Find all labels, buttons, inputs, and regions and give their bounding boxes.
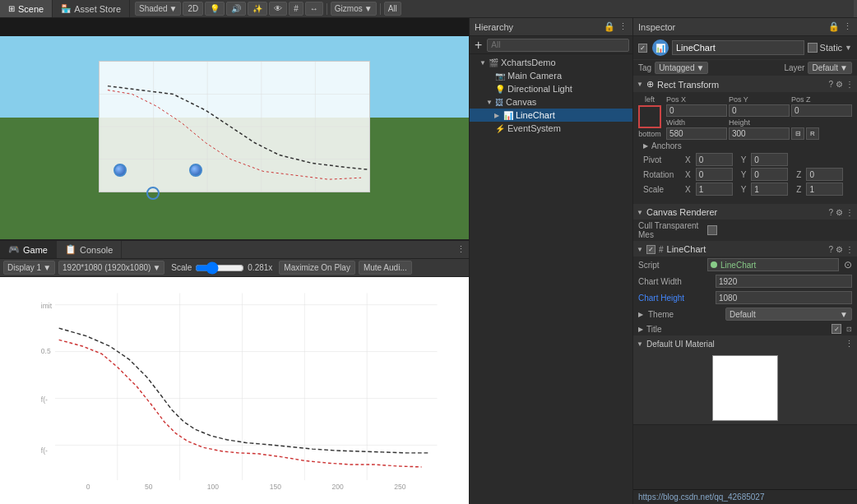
rect-transform-icons: ? ⚙ ⋮ xyxy=(828,80,854,89)
static-dropdown-arrow[interactable]: ▼ xyxy=(845,44,852,52)
scene-view-button[interactable]: 👁 xyxy=(269,2,287,16)
pivot-y-value[interactable]: 0 xyxy=(751,153,788,166)
pos-y-value[interactable]: 0 xyxy=(729,104,790,117)
tab-game[interactable]: 🎮 Game xyxy=(0,241,57,258)
shading-dropdown[interactable]: Shaded ▼ xyxy=(135,2,181,16)
panel-drag-handle[interactable] xyxy=(854,0,857,17)
material-more-icon[interactable]: ⋮ xyxy=(845,339,854,349)
scale-x-value[interactable]: 1 xyxy=(696,183,733,196)
cull-checkbox[interactable] xyxy=(707,225,717,235)
game-icon: 🎮 xyxy=(8,244,20,255)
cr-more-icon[interactable]: ⋮ xyxy=(845,208,854,217)
gizmos-label: Gizmos xyxy=(335,4,363,13)
anchors-arrow[interactable]: ▶ xyxy=(643,142,648,150)
material-preview[interactable] xyxy=(712,355,778,421)
tab-console[interactable]: 📋 Console xyxy=(57,241,122,258)
display-dropdown[interactable]: Display 1 ▼ xyxy=(3,261,55,275)
theme-dropdown[interactable]: Default ▼ xyxy=(725,307,852,321)
panel-options-icon[interactable]: ⋮ xyxy=(453,244,469,255)
lighting-button[interactable]: 💡 xyxy=(205,2,225,16)
title-checkbox[interactable]: ✓ xyxy=(832,324,841,334)
grid-button[interactable]: # xyxy=(289,2,303,16)
height-value[interactable]: 300 xyxy=(729,127,790,140)
rotation-x-value[interactable]: 0 xyxy=(696,168,733,181)
lc-enabled-checkbox[interactable]: ✓ xyxy=(646,245,655,254)
reset-rect-button[interactable]: R xyxy=(806,127,819,140)
audio-button[interactable]: 🔊 xyxy=(226,2,246,16)
canvas-renderer-header[interactable]: ▼ Canvas Renderer ? ⚙ ⋮ xyxy=(633,205,857,220)
layer-dropdown[interactable]: Default ▼ xyxy=(808,62,852,74)
script-target-icon[interactable]: ⊙ xyxy=(844,259,852,270)
cr-help-icon[interactable]: ? xyxy=(828,208,833,217)
material-header: ▼ Default UI Material ⋮ xyxy=(633,336,857,352)
constrain-proportions-button[interactable]: ⊟ xyxy=(791,127,804,140)
twod-button[interactable]: 2D xyxy=(183,2,203,16)
cr-settings-icon[interactable]: ⚙ xyxy=(836,208,843,217)
inspector-options-icon[interactable]: ⋮ xyxy=(843,21,852,32)
pivot-x-value[interactable]: 0 xyxy=(696,153,733,166)
theme-arrow[interactable]: ▶ xyxy=(638,311,643,318)
help-icon[interactable]: ? xyxy=(828,80,833,89)
more-icon[interactable]: ⋮ xyxy=(845,80,854,89)
scene-sphere-outline xyxy=(146,187,160,200)
rect-box[interactable] xyxy=(638,105,661,128)
pos-z-value[interactable]: 0 xyxy=(791,104,852,117)
object-name-input[interactable] xyxy=(672,40,804,55)
gizmos-dropdown[interactable]: Gizmos ▼ xyxy=(331,2,377,16)
linechart-label: LineChart xyxy=(516,110,555,120)
width-value[interactable]: 580 xyxy=(666,127,727,140)
hierarchy-panel: Hierarchy 🔒 ⋮ + ▼ 🎬 XchartsDemo 📷 Main C… xyxy=(469,18,633,504)
chart-width-value[interactable]: 1920 xyxy=(716,275,852,288)
settings-icon[interactable]: ⚙ xyxy=(836,80,843,89)
hierarchy-item-canvas[interactable]: ▼ 🖼 Canvas xyxy=(470,95,632,109)
hierarchy-item-directional-light[interactable]: 💡 Directional Light xyxy=(470,82,632,95)
svg-text:imit: imit xyxy=(41,302,53,310)
maximize-on-play-button[interactable]: Maximize On Play xyxy=(279,261,355,275)
lc-more-icon[interactable]: ⋮ xyxy=(845,245,854,254)
object-enabled-checkbox[interactable]: ✓ xyxy=(638,44,647,53)
lc-help-icon[interactable]: ? xyxy=(828,245,833,254)
scene-chart-svg xyxy=(100,62,369,192)
resolution-dropdown[interactable]: 1920*1080 (1920x1080) ▼ xyxy=(58,261,164,275)
move-button[interactable]: ↔ xyxy=(305,2,323,16)
hierarchy-options-icon[interactable]: ⋮ xyxy=(618,21,628,32)
tab-asset-store[interactable]: 🏪 Asset Store xyxy=(53,0,130,17)
linechart-component-header[interactable]: ▼ ✓ # LineChart ? ⚙ ⋮ xyxy=(633,242,857,257)
tag-dropdown[interactable]: Untagged ▼ xyxy=(655,62,708,74)
linechart-icon: 📊 xyxy=(503,111,513,120)
hierarchy-item-main-camera[interactable]: 📷 Main Camera xyxy=(470,69,632,82)
static-label: Static xyxy=(820,43,843,53)
scale-z-label: Z xyxy=(796,185,801,194)
fx-button[interactable]: ✨ xyxy=(248,2,267,16)
lc-settings-icon[interactable]: ⚙ xyxy=(836,245,843,254)
title-expand-icon[interactable]: ⊡ xyxy=(846,326,852,333)
script-value[interactable]: LineChart xyxy=(707,258,839,271)
game-toolbar: Display 1 ▼ 1920*1080 (1920x1080) ▼ Scal… xyxy=(0,259,469,277)
tab-scene[interactable]: ⊞ Scene xyxy=(0,0,53,17)
scale-y-value[interactable]: 1 xyxy=(751,183,788,196)
tag-layer-row: Tag Untagged ▼ Layer Default ▼ xyxy=(633,60,857,76)
gizmos-arrow: ▼ xyxy=(364,4,373,13)
pos-x-value[interactable]: 0 xyxy=(666,104,727,117)
rotation-z-value[interactable]: 0 xyxy=(806,168,843,181)
rotation-y-value[interactable]: 0 xyxy=(751,168,788,181)
title-expand-arrow[interactable]: ▶ xyxy=(638,326,643,333)
all-dropdown[interactable]: All xyxy=(384,2,401,16)
scale-z-value[interactable]: 1 xyxy=(806,183,843,196)
mute-audio-button[interactable]: Mute Audi... xyxy=(359,261,412,275)
hierarchy-item-eventsystem[interactable]: ⚡ EventSystem xyxy=(470,122,632,135)
hierarchy-item-xchartsdemo[interactable]: ▼ 🎬 XchartsDemo xyxy=(470,56,632,69)
scale-slider[interactable] xyxy=(195,264,244,272)
add-icon[interactable]: + xyxy=(473,38,484,53)
wh-buttons: ⊟ R xyxy=(791,118,852,140)
hierarchy-item-linechart[interactable]: ▶ 📊 LineChart xyxy=(470,109,632,122)
rect-transform-header[interactable]: ▼ ⊕ Rect Transform ? ⚙ ⋮ xyxy=(633,76,857,92)
rot-z-label: Z xyxy=(796,170,801,179)
rect-left-label: left xyxy=(645,95,655,104)
rot-x-label: X xyxy=(685,170,691,179)
svg-text:f(-: f(- xyxy=(41,395,48,404)
chart-height-value[interactable]: 1080 xyxy=(716,291,852,304)
scene-sphere-1 xyxy=(113,164,127,177)
hierarchy-search[interactable] xyxy=(487,39,629,52)
static-checkbox[interactable] xyxy=(808,43,818,53)
